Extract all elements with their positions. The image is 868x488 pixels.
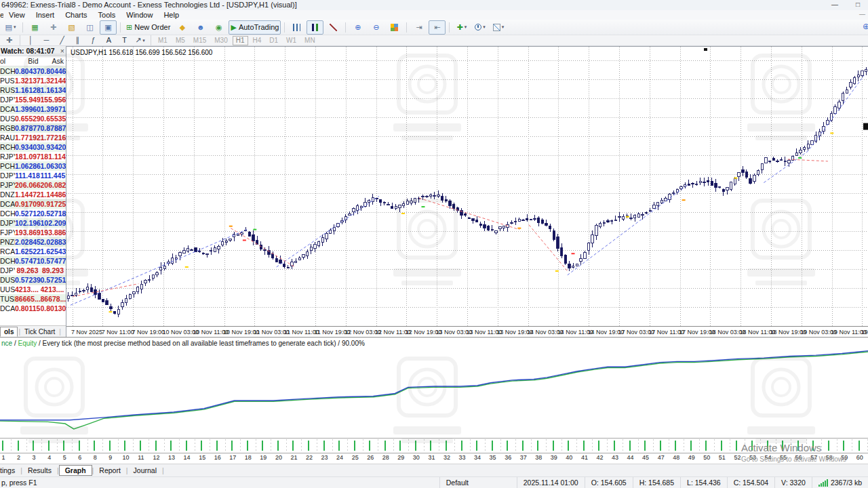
market-watch-row[interactable]: PNZD2.028452.02883 xyxy=(0,237,66,247)
market-watch-row[interactable]: RCAD1.625221.62543 xyxy=(0,247,66,256)
chart-shift-button[interactable]: ⇤ xyxy=(429,20,446,35)
text-label-button[interactable]: T xyxy=(117,35,132,46)
cursor-button[interactable]: ✚ xyxy=(45,20,62,35)
market-watch-row[interactable]: RUSD1.161281.16134 xyxy=(0,85,66,95)
timeframe-m5[interactable]: M5 xyxy=(172,36,189,45)
timeframe-h4[interactable]: H4 xyxy=(250,36,265,45)
arrows-button[interactable]: ↗▾ xyxy=(133,35,147,46)
tab-symbols[interactable]: ols xyxy=(0,327,18,337)
menu-insert[interactable]: Insert xyxy=(31,11,60,19)
trend-line-button[interactable]: ╱ xyxy=(55,35,69,46)
ask-column-header[interactable]: Ask xyxy=(41,56,66,66)
market-watch-row[interactable]: DCAD0.801150.80130 xyxy=(0,304,66,313)
market-watch-row[interactable]: RCHF0.934030.93420 xyxy=(0,142,66,152)
market-watch-row[interactable]: RAUD1.771921.77216 xyxy=(0,133,66,142)
open-profile-button[interactable]: ▧ xyxy=(63,20,80,35)
fibonacci-button[interactable]: ƒ xyxy=(86,35,100,46)
market-watch-row[interactable]: DCAD1.399601.39971 xyxy=(0,104,66,114)
signal-marker xyxy=(572,253,575,254)
trade-number-label: 50 xyxy=(703,454,710,461)
trade-tick xyxy=(751,441,753,451)
vertical-line-button[interactable]: │ xyxy=(24,35,38,46)
market-watch-row[interactable]: DUSD0.655290.65535 xyxy=(0,114,66,123)
auto-scroll-button[interactable]: ⇥ xyxy=(410,20,427,35)
text-button[interactable]: A xyxy=(102,35,116,46)
trade-number-label: 6 xyxy=(78,454,81,461)
market-watch-row[interactable]: DJPY102.196102.209 xyxy=(0,218,66,228)
metaeditor-button[interactable]: ◆ xyxy=(174,20,191,35)
timeframe-w1[interactable]: W1 xyxy=(283,36,300,45)
templates-button[interactable]: ▾ xyxy=(490,20,507,35)
tester-graph-canvas[interactable] xyxy=(0,349,868,438)
market-watch-row[interactable]: FJPY193.869193.886 xyxy=(0,228,66,237)
autotrading-toggle-button[interactable]: ▶AutoTrading xyxy=(229,20,281,35)
profiles-bar-button[interactable]: ▤▾ xyxy=(2,20,19,35)
market-watch-row[interactable]: PJPY206.066206.082 xyxy=(0,180,66,190)
tick-gridline xyxy=(363,439,363,452)
market-watch-row[interactable]: DJPY111.418111.445 xyxy=(0,171,66,180)
tab-graph[interactable]: Graph xyxy=(59,465,92,476)
tile-windows-button[interactable] xyxy=(386,20,403,35)
timeframe-m15[interactable]: M15 xyxy=(190,36,210,45)
zoom-out-button[interactable]: ⊖ xyxy=(368,20,384,35)
tab-results[interactable]: Results xyxy=(22,466,57,475)
timeframe-h1[interactable]: H1 xyxy=(233,36,248,45)
market-watch-row[interactable]: DUSD0.572390.57251 xyxy=(0,275,66,285)
timeframe-mn[interactable]: MN xyxy=(301,36,319,45)
periods-button[interactable]: ▾ xyxy=(471,20,488,35)
tab-tick-chart[interactable]: Tick Chart xyxy=(21,328,58,336)
line-chart-mode-button[interactable] xyxy=(325,20,342,35)
maximize-button[interactable]: □ xyxy=(849,0,867,9)
timeframe-m1[interactable]: M1 xyxy=(155,36,171,45)
ask-cell: 1.62543 xyxy=(41,247,66,256)
data-window-toggle-button[interactable]: ▣ xyxy=(100,20,117,35)
market-watch-row[interactable]: RJPY181.097181.114 xyxy=(0,152,66,161)
candlestick-mode-button[interactable] xyxy=(307,20,323,35)
chart-time-axis[interactable]: 7 Nov 20257 Nov 11:007 Nov 19:0010 Nov 0… xyxy=(66,326,868,338)
market-watch-row[interactable]: DCHF0.574710.57477 xyxy=(0,256,66,266)
market-watch-row[interactable]: DJPY89.26389.293 xyxy=(0,266,66,275)
menu-tools[interactable]: Tools xyxy=(93,11,121,19)
symbol-cell: DJPY xyxy=(0,266,15,275)
tab-report[interactable]: Report xyxy=(94,466,126,475)
menu-window[interactable]: Window xyxy=(121,11,158,19)
timeframe-m30[interactable]: M30 xyxy=(211,36,231,45)
market-watch-toggle-button[interactable]: ◫ xyxy=(81,20,98,35)
market-watch-row[interactable]: DCHF0.804370.80446 xyxy=(0,66,66,76)
new-order-button[interactable]: ⊞New Order xyxy=(124,20,172,35)
close-icon[interactable]: × xyxy=(60,46,64,56)
expert-properties-button[interactable]: ☻ xyxy=(192,20,209,35)
market-watch-row[interactable]: RGBP0.878770.87887 xyxy=(0,123,66,133)
signals-button[interactable]: ◉ xyxy=(210,20,227,35)
tick-gridline xyxy=(500,439,501,452)
signal-marker xyxy=(185,266,189,268)
signal-marker xyxy=(401,213,405,214)
equidistant-channel-button[interactable]: ∥ xyxy=(71,35,85,46)
market-watch-row[interactable]: TUSD86665...86678... xyxy=(0,294,66,304)
tab-journal[interactable]: Journal xyxy=(128,466,162,475)
market-watch-row[interactable]: DJPY155.949155.956 xyxy=(0,95,66,104)
minimize-button[interactable]: — xyxy=(826,0,844,9)
menu-charts[interactable]: Charts xyxy=(60,11,92,19)
symbol-column-header[interactable]: ol xyxy=(0,56,15,66)
mdi-minimize-icon[interactable]: — xyxy=(859,11,865,18)
crosshair-button[interactable]: ✚ xyxy=(2,35,16,46)
tab-settings-fragment[interactable]: tings xyxy=(0,466,20,475)
candlestick-chart-canvas[interactable] xyxy=(66,47,868,327)
indicators-list-button[interactable]: ✚▾ xyxy=(453,20,470,35)
market-watch-row[interactable]: DCAD0.917090.91725 xyxy=(0,199,66,209)
bid-column-header[interactable]: Bid xyxy=(15,56,41,66)
menu-view[interactable]: View xyxy=(3,11,31,19)
horizontal-line-button[interactable]: ─ xyxy=(39,35,54,46)
market-watch-row[interactable]: PCHF1.062861.06303 xyxy=(0,161,66,171)
new-chart-button[interactable]: ▦ xyxy=(26,20,43,35)
market-watch-row[interactable]: PUSD1.321371.32144 xyxy=(0,76,66,85)
menu-help[interactable]: Help xyxy=(158,11,184,19)
zoom-in-button[interactable]: ⊕ xyxy=(349,20,366,35)
market-watch-row[interactable]: DNZD1.144721.14486 xyxy=(0,190,66,199)
chart-window[interactable]: USDJPY,H1 156.618 156.699 156.562 156.60… xyxy=(66,46,868,326)
market-watch-row[interactable]: DCHF0.527120.52718 xyxy=(0,209,66,218)
bar-chart-mode-button[interactable] xyxy=(288,20,305,35)
market-watch-row[interactable]: UUSD4213....4213.... xyxy=(0,285,66,294)
timeframe-d1[interactable]: D1 xyxy=(266,36,281,45)
